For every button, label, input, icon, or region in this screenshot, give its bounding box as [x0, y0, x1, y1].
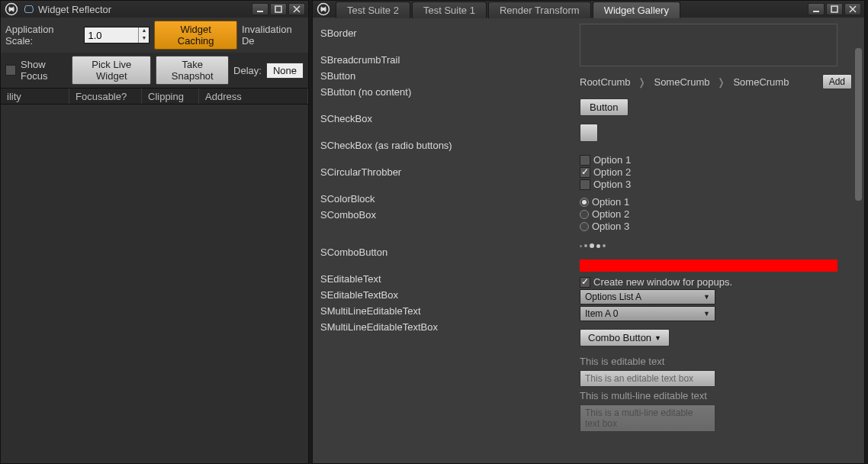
editable-text[interactable]: This is editable text	[580, 356, 852, 367]
minimize-button[interactable]	[808, 3, 825, 15]
unreal-logo-icon	[316, 2, 331, 17]
spin-up-icon[interactable]: ▲	[139, 27, 149, 35]
window-title: Widget Reflector	[38, 4, 111, 15]
multiline-editable-textbox[interactable]: This is a multi-line editable text box	[580, 404, 715, 432]
spin-down-icon[interactable]: ▼	[139, 35, 149, 43]
add-breadcrumb-button[interactable]: Add	[822, 74, 852, 89]
delay-value[interactable]: None	[266, 63, 304, 79]
widget-list-item: SComboButton	[320, 244, 572, 260]
sborder-demo	[580, 24, 837, 66]
checkbox-option-1[interactable]: Option 1	[580, 154, 852, 166]
radio-icon[interactable]	[580, 222, 589, 231]
combobox-b[interactable]: Item A 0▼	[580, 306, 715, 321]
radio-icon[interactable]	[580, 198, 589, 207]
widget-list-item: SColorBlock	[320, 191, 572, 207]
column-header[interactable]: Address	[199, 89, 308, 104]
pick-live-widget-button[interactable]: Pick Live Widget	[72, 56, 151, 85]
multiline-editable-text[interactable]: This is multi-line editable text	[580, 390, 852, 401]
widget-list-item: SComboBox	[320, 207, 572, 223]
invalidation-label: Invalidation De	[242, 24, 304, 47]
column-header[interactable]: ility	[1, 89, 69, 104]
radio-option-1[interactable]: Option 1	[580, 196, 852, 208]
sbutton-demo[interactable]: Button	[580, 98, 628, 116]
close-button[interactable]	[844, 3, 861, 15]
delay-label: Delay:	[233, 65, 262, 76]
chevron-right-icon: ❭	[638, 76, 646, 88]
column-header[interactable]: Clipping	[142, 89, 199, 104]
checkbox-icon[interactable]	[580, 277, 590, 288]
window-icon: 🖵	[24, 4, 34, 15]
tab-test-suite-2[interactable]: Test Suite 2	[336, 2, 410, 18]
widget-list-item: SCircularThrobber	[320, 164, 572, 180]
widget-reflector-window: 🖵 Widget Reflector Application Scale: ▲▼…	[0, 0, 309, 464]
popup-checkbox-row[interactable]: Create new window for popups.	[580, 276, 852, 288]
chevron-right-icon: ❭	[717, 76, 725, 88]
widget-list-item: SCheckBox	[320, 111, 572, 127]
tab-widget-gallery[interactable]: Widget Gallery	[593, 2, 680, 18]
combobox-a[interactable]: Options List A▼	[580, 289, 715, 304]
minimize-button[interactable]	[252, 3, 268, 15]
checkbox-icon[interactable]	[580, 155, 590, 166]
titlebar: Test Suite 2 Test Suite 1 Render Transfo…	[313, 1, 864, 18]
toolbar-row-1: Application Scale: ▲▼ Widget Caching Inv…	[1, 18, 308, 53]
column-headers: ility Focusable? Clipping Address	[1, 88, 308, 105]
show-focus-checkbox[interactable]	[5, 65, 16, 76]
widget-list-item: SMultiLineEditableTextBox	[320, 319, 572, 335]
breadcrumb-trail: RootCrumb ❭ SomeCrumb ❭ SomeCrumb Add	[580, 74, 852, 89]
tab-render-transform[interactable]: Render Transform	[488, 2, 591, 18]
chevron-down-icon: ▼	[703, 293, 710, 301]
app-scale-input[interactable]	[85, 27, 138, 43]
checkbox-option-3[interactable]: Option 3	[580, 179, 852, 190]
chevron-down-icon: ▼	[654, 334, 661, 342]
widget-name-list: SBorderSBreadcrumbTrailSButtonSButton (n…	[313, 18, 580, 463]
toolbar-row-2: Show Focus Pick Live Widget Take Snapsho…	[1, 53, 308, 88]
maximize-button[interactable]	[270, 3, 287, 15]
maximize-button[interactable]	[826, 3, 843, 15]
tree-body	[1, 105, 308, 463]
radio-option-3[interactable]: Option 3	[580, 221, 852, 232]
widget-list-item: SEditableTextBox	[320, 287, 572, 303]
color-block	[580, 259, 837, 272]
widget-list-item: SBorder	[320, 25, 572, 41]
tab-bar: Test Suite 2 Test Suite 1 Render Transfo…	[336, 1, 680, 18]
tab-test-suite-1[interactable]: Test Suite 1	[412, 2, 487, 18]
checkbox-icon[interactable]	[580, 167, 590, 178]
content-area: SBorderSBreadcrumbTrailSButtonSButton (n…	[313, 18, 864, 463]
breadcrumb-item[interactable]: RootCrumb	[580, 76, 630, 88]
breadcrumb-item[interactable]: SomeCrumb	[654, 76, 709, 88]
sbutton-no-content-demo[interactable]	[580, 124, 598, 142]
widget-list-item: SBreadcrumbTrail	[320, 52, 572, 68]
widget-caching-button[interactable]: Widget Caching	[154, 21, 237, 50]
widget-list-item: SButton (no content)	[320, 84, 572, 100]
show-focus-label: Show Focus	[21, 59, 67, 82]
column-header[interactable]: Focusable?	[69, 89, 142, 104]
widget-list-item: SEditableText	[320, 271, 572, 287]
widget-demo-column: RootCrumb ❭ SomeCrumb ❭ SomeCrumb Add Bu…	[580, 18, 864, 463]
unreal-logo-icon	[4, 2, 19, 17]
svg-rect-7	[831, 6, 837, 12]
combo-button[interactable]: Combo Button▼	[580, 329, 670, 346]
scrollbar-thumb[interactable]	[855, 48, 862, 201]
radio-option-2[interactable]: Option 2	[580, 208, 852, 220]
checkbox-option-2[interactable]: Option 2	[580, 166, 852, 178]
widget-gallery-window: Test Suite 2 Test Suite 1 Render Transfo…	[312, 0, 865, 464]
close-button[interactable]	[288, 3, 305, 15]
checkbox-icon[interactable]	[580, 179, 590, 190]
app-scale-label: Application Scale:	[5, 24, 79, 47]
widget-list-item: SButton	[320, 68, 572, 84]
editable-textbox[interactable]: This is an editable text box	[580, 370, 715, 387]
chevron-down-icon: ▼	[703, 310, 710, 317]
circular-throbber	[580, 238, 852, 253]
app-scale-spinbox[interactable]: ▲▼	[84, 27, 149, 44]
radio-icon[interactable]	[580, 210, 589, 219]
widget-list-item: SMultiLineEditableText	[320, 303, 572, 319]
breadcrumb-item[interactable]: SomeCrumb	[733, 76, 789, 88]
take-snapshot-button[interactable]: Take Snapshot	[156, 56, 229, 85]
widget-list-item: SCheckBox (as radio buttons)	[320, 137, 572, 153]
svg-rect-2	[275, 6, 281, 12]
titlebar: 🖵 Widget Reflector	[1, 1, 308, 18]
